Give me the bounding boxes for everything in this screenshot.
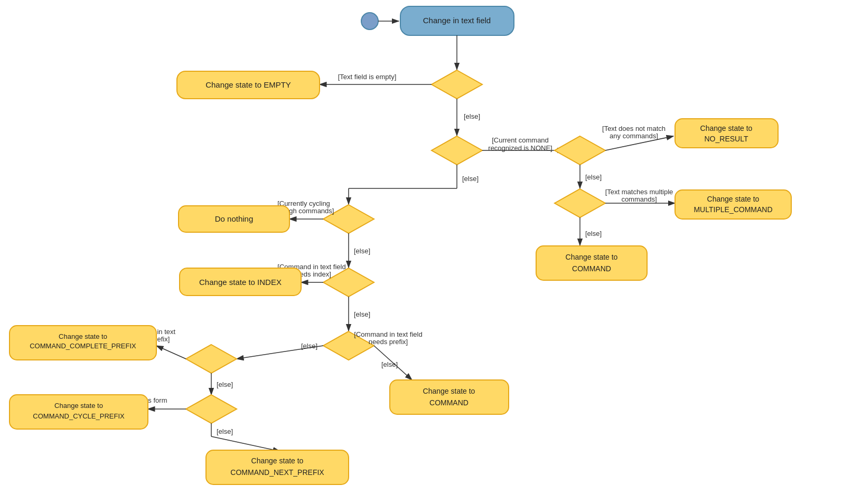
diamond-d8 (186, 345, 237, 373)
label-else-d8: [else] (217, 381, 233, 388)
diamond-d1 (432, 70, 482, 99)
change-to-cc-prefix-label1: Change state to (59, 332, 107, 340)
change-to-no-result-box (675, 119, 778, 148)
label-cmd-needs-prefix2: needs prefix] (369, 338, 408, 346)
diamond-d9 (186, 395, 237, 423)
change-to-command2-box (390, 380, 509, 414)
label-else-d3-d4: [else] (585, 173, 602, 181)
change-in-text-field-label: Change in text field (423, 16, 491, 25)
change-to-command1-label2: COMMAND (572, 264, 611, 273)
change-to-command1-box (536, 246, 647, 280)
do-nothing-label: Do nothing (215, 214, 254, 223)
change-to-cycle-prefix-label1: Change state to (54, 402, 103, 410)
label-text-field-empty: [Text field is empty] (338, 73, 397, 81)
label-else-d7-right: [else] (381, 360, 398, 368)
arrow-d8-to-ccprefix (156, 346, 186, 359)
diamond-d2 (432, 136, 482, 165)
label-else-d7-d8: [else] (301, 342, 317, 350)
label-current-cmd-none: [Current command (492, 136, 549, 144)
change-to-command1-label1: Change state to (566, 253, 618, 261)
change-to-no-result-label1: Change state to (700, 124, 753, 132)
label-else-d4-cmd1: [else] (585, 230, 602, 237)
arrow-d9-to-nextprefix (211, 436, 280, 451)
change-to-next-prefix-label2: COMMAND_NEXT_PREFIX (230, 468, 324, 477)
change-to-empty-label: Change state to EMPTY (205, 80, 291, 89)
diamond-d4 (555, 189, 605, 217)
change-to-command2-label1: Change state to (423, 387, 475, 395)
label-text-multiple: [Text matches multiple (605, 188, 673, 196)
change-to-next-prefix-label1: Change state to (251, 457, 304, 465)
label-else-d1-d2: [else] (464, 112, 480, 120)
change-to-cc-prefix-label2: COMMAND_COMPLETE_PREFIX (30, 342, 136, 350)
label-text-no-match: [Text does not match (602, 125, 666, 132)
change-to-multiple-label2: MULTIPLE_COMMAND (694, 205, 772, 214)
label-else-d9: [else] (217, 427, 233, 435)
label-else-d5-d6: [else] (354, 247, 370, 255)
label-text-multiple2: commands] (621, 195, 657, 203)
label-else-d6-d7: [else] (354, 310, 370, 318)
change-to-index-label: Change state to INDEX (199, 278, 282, 287)
start-circle (361, 13, 378, 30)
change-to-cycle-prefix-label2: COMMAND_CYCLE_PREFIX (33, 412, 125, 420)
diamond-d3 (555, 136, 605, 165)
label-cmd-needs-prefix: [Command in text field (354, 330, 422, 338)
change-to-command2-label2: COMMAND (429, 398, 469, 407)
change-to-multiple-label1: Change state to (707, 195, 760, 203)
change-to-next-prefix-box (206, 450, 349, 484)
label-text-no-match2: any commands] (610, 132, 658, 140)
label-current-cmd-none2: recognized is NONE] (488, 144, 552, 152)
change-to-no-result-label2: NO_RESULT (705, 135, 748, 143)
label-else-d2-d5: [else] (462, 175, 479, 183)
